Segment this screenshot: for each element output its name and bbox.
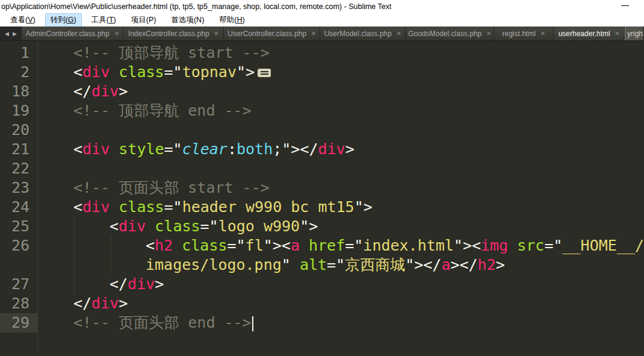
code-text: <div class="topnav">: [37, 63, 644, 82]
code-line[interactable]: 19<!-- 顶部导航 end -->: [0, 101, 644, 120]
code-line[interactable]: 28</div>: [0, 294, 644, 313]
tab-close-icon[interactable]: ×: [486, 30, 491, 37]
tab-close-icon[interactable]: ×: [540, 30, 545, 37]
code-line[interactable]: images/logo.png" alt="京西商城"></a></h2>: [0, 255, 644, 275]
line-number: 2: [0, 63, 37, 82]
tab-UserController.class.php[interactable]: UserController.class.php×: [224, 27, 320, 40]
minimize-button[interactable]: —: [621, 1, 629, 10]
token-pun: ;"></: [273, 140, 318, 158]
token-pun: [110, 63, 119, 81]
line-number: 21: [0, 140, 37, 159]
tab-scroll-right-icon[interactable]: ▶: [13, 31, 17, 37]
token-attr: class: [182, 237, 227, 254]
token-attr: class: [119, 63, 164, 81]
menu-item-1[interactable]: 转到(G): [45, 13, 82, 27]
window-title: op\Application\Home\View\Public\userhead…: [0, 2, 391, 11]
code-text: </div>: [37, 275, 644, 294]
line-number: 24: [0, 198, 37, 217]
token-str: header w990 bc mt15: [182, 198, 355, 216]
tab-close-icon[interactable]: ×: [615, 30, 620, 37]
token-tag: div: [82, 198, 110, 216]
tab-close-icon[interactable]: ×: [114, 30, 119, 37]
code-text: images/logo.png" alt="京西商城"></a></h2>: [37, 255, 644, 275]
code-line[interactable]: 29<!-- 页面头部 end -->: [0, 313, 644, 333]
tab-bar: ◀ ▶ AdminController.class.php×IndexContr…: [0, 27, 644, 41]
code-line[interactable]: 1<!-- 顶部导航 start -->: [0, 43, 644, 63]
token-attr: style: [119, 140, 164, 158]
tab-label: UserController.class.php: [228, 30, 306, 38]
menu-item-2[interactable]: 工具(T): [86, 13, 122, 27]
token-pun: [300, 237, 309, 254]
menu-item-4[interactable]: 首选项(N): [166, 13, 209, 27]
code-editor[interactable]: 1<!-- 顶部导航 start -->2<div class="topnav"…: [0, 41, 644, 356]
code-line[interactable]: 23<!-- 页面头部 start -->: [0, 178, 644, 198]
code-text: <!-- 顶部导航 start -->: [37, 43, 644, 63]
token-pun: </: [110, 275, 128, 293]
tab-yrigh[interactable]: yrigh: [625, 27, 644, 40]
tab-userheader.html[interactable]: userheader.html×: [554, 27, 625, 40]
code-text: [37, 159, 644, 178]
token-pun: =": [200, 217, 218, 235]
tab-IndexController.class.php[interactable]: IndexController.class.php×: [123, 27, 224, 40]
tab-label: IndexController.class.php: [128, 30, 209, 38]
token-str: images/logo.png: [146, 256, 282, 273]
code-line[interactable]: 2<div class="topnav">: [0, 63, 644, 82]
code-line[interactable]: 25<div class="logo w990">: [0, 217, 644, 236]
token-pun: [110, 198, 119, 216]
token-pun: =": [164, 63, 182, 81]
token-pun: [146, 217, 155, 235]
tab-close-icon[interactable]: ×: [397, 30, 401, 37]
token-attr: class: [155, 217, 200, 235]
line-number: 25: [0, 217, 37, 236]
code-line[interactable]: 27</div>: [0, 275, 644, 294]
title-bar: op\Application\Home\View\Public\userhead…: [0, 0, 644, 13]
line-number: 26: [0, 236, 37, 255]
token-tag: div: [91, 295, 119, 312]
code-line[interactable]: 21<div style="clear:both;"></div>: [0, 140, 644, 159]
tab-label: UserModel.class.php: [324, 30, 392, 38]
token-str: 京西商城: [345, 256, 405, 273]
gutter-divider: [37, 41, 38, 356]
token-pun: [110, 140, 119, 158]
token-cssv: both: [237, 140, 273, 158]
tab-UserModel.class.php[interactable]: UserModel.class.php×: [320, 27, 406, 40]
code-text: </div>: [37, 82, 644, 101]
token-tag: img: [481, 237, 508, 254]
token-pun: "><: [454, 237, 481, 254]
code-text: <!-- 页面头部 end -->: [37, 313, 644, 333]
tab-GoodsModel.class.php[interactable]: GoodsModel.class.php×: [406, 27, 494, 40]
token-pun: >: [119, 83, 128, 100]
code-line[interactable]: 18</div>: [0, 82, 644, 101]
token-com: <!-- 页面头部 start -->: [73, 179, 270, 196]
token-pun: "></: [405, 256, 441, 273]
tab-regist.html[interactable]: regist.html×: [494, 27, 554, 40]
token-com: <!-- 顶部导航 start -->: [73, 44, 270, 61]
code-text: [37, 120, 644, 140]
menu-item-0[interactable]: 查看(V): [5, 13, 41, 27]
code-text: <div class="logo w990">: [37, 217, 644, 236]
code-line[interactable]: 24<div class="header w990 bc mt15">: [0, 198, 644, 217]
tab-AdminController.class.php[interactable]: AdminController.class.php×: [22, 27, 123, 40]
token-pun: </: [73, 83, 91, 100]
tab-close-icon[interactable]: ×: [214, 30, 219, 37]
tab-label: regist.html: [503, 30, 536, 38]
code-line[interactable]: 26<h2 class="fl"><a href="index.html"><i…: [0, 236, 644, 255]
line-number: 29: [0, 313, 37, 333]
fold-marker-icon[interactable]: [258, 69, 271, 77]
line-number: 23: [0, 178, 37, 198]
code-line[interactable]: 20: [0, 120, 644, 140]
tab-close-icon[interactable]: ×: [311, 30, 316, 37]
token-tag: div: [128, 275, 155, 293]
token-pun: ">: [237, 63, 255, 81]
tab-scroll-left-icon[interactable]: ◀: [5, 31, 9, 37]
code-text: <!-- 顶部导航 end -->: [37, 101, 644, 120]
token-com: <!-- 页面头部 end -->: [73, 314, 252, 331]
menu-item-5[interactable]: 帮助(H): [214, 13, 250, 27]
token-pun: <: [73, 140, 82, 158]
menu-item-3[interactable]: 项目(P): [126, 13, 162, 27]
code-line[interactable]: 22: [0, 159, 644, 178]
token-pun: >: [345, 140, 355, 158]
token-pun: =": [544, 237, 562, 254]
token-str: topnav: [182, 63, 237, 81]
token-pun: </: [73, 295, 91, 312]
